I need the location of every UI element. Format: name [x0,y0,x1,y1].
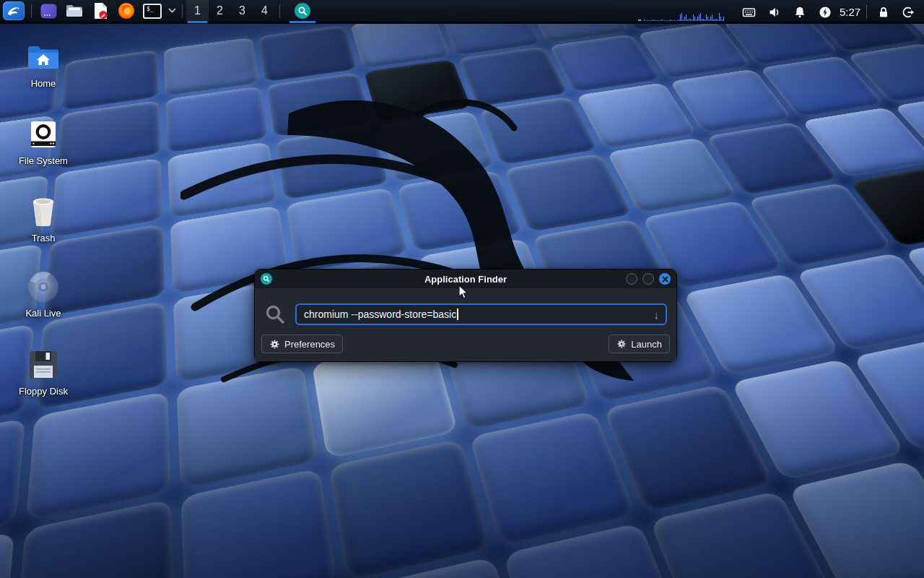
clock[interactable]: 5:27 [837,0,863,24]
clock-text: 5:27 [840,6,860,18]
hard-drive-icon [29,120,58,149]
application-finder-window: Application Finder chromium --password-s… [254,269,677,362]
notifications-button[interactable] [787,0,812,24]
application-finder-icon [295,3,310,19]
desktop-icon-file-system[interactable]: File System [9,116,78,166]
gear-icon [269,339,280,350]
volume-button[interactable] [762,0,787,24]
launcher-dropdown-chevron[interactable] [165,0,178,23]
trash-can-icon [29,196,58,228]
window-title: Application Finder [255,274,676,285]
logout-icon [902,6,915,19]
lock-icon [877,6,890,19]
search-icon [264,303,286,325]
workspace-button-2[interactable]: 2 [209,0,231,23]
entry-dropdown-button[interactable]: ↓ [654,309,660,321]
desktop-icon-label: Home [9,78,78,89]
home-folder-icon [27,44,60,71]
launcher-terminal[interactable]: $_ [139,0,165,23]
desktop-icon-label: Floppy Disk [9,386,78,397]
power-manager-button[interactable] [812,0,837,24]
bell-icon [793,6,806,19]
taskbar-item-application-finder[interactable] [287,0,318,23]
workspace-button-4[interactable]: 4 [253,0,276,23]
kali-logo-icon [3,1,25,20]
window-titlebar[interactable]: Application Finder [255,269,676,288]
launch-label: Launch [631,339,662,350]
minimize-button[interactable] [626,273,637,285]
workspace-button-3[interactable]: 3 [231,0,253,23]
document-icon [93,2,108,20]
kali-dragon-silhouette [180,69,657,430]
launch-gear-icon [616,339,627,349]
optical-disc-icon [27,270,60,303]
close-icon [662,276,668,282]
system-tray: 5:27 [736,0,921,24]
text-caret [457,309,458,320]
launcher-file-manager[interactable] [61,0,87,23]
launcher-text-editor[interactable] [87,0,113,23]
panel-separator [279,4,280,18]
panel-monitor-graph [638,12,739,21]
terminal-icon: $_ [143,4,162,19]
maximize-button[interactable] [642,273,654,285]
desktop-icon-label: File System [9,155,78,166]
launcher-firefox[interactable] [113,0,139,23]
desktop-icon-kali-live[interactable]: Kali Live [9,269,78,319]
logout-button[interactable] [896,0,921,24]
workspace-label: 3 [239,4,245,17]
floppy-disk-icon [29,350,58,379]
desktop-icon-home[interactable]: Home [9,39,78,89]
terminal-prompt-glyph: $_ [147,6,154,12]
desktop-icon-label: Trash [9,233,78,243]
lock-screen-button[interactable] [871,0,896,24]
preferences-button[interactable]: Preferences [261,335,343,353]
workspace-label: 4 [261,4,268,17]
keyboard-icon [742,6,756,19]
desktop-icon-trash[interactable]: Trash [9,194,78,243]
taskbar-active-underline [289,21,315,23]
launch-button[interactable]: Launch [609,335,670,353]
desktop-icon-floppy-disk[interactable]: Floppy Disk [9,347,78,397]
search-query-text: chromium --password-store=basic [304,309,456,320]
applications-menu-button[interactable] [0,0,27,23]
workspace-button-1[interactable]: 1 [186,0,209,23]
panel-separator [866,5,867,19]
window-body: chromium --password-store=basic ↓ Prefer… [255,288,676,361]
workspace-active-underline [188,21,207,23]
window-app-icon [261,273,272,285]
folder-icon [66,4,83,18]
desktop-icon-label: Kali Live [9,308,78,319]
launcher-app-purple[interactable] [35,0,61,23]
power-bolt-icon [819,6,832,19]
firefox-icon [118,2,135,20]
panel-separator [182,4,183,18]
speaker-icon [768,6,781,19]
preferences-label: Preferences [284,339,335,350]
workspace-label: 2 [217,4,223,17]
search-input[interactable]: chromium --password-store=basic ↓ [295,303,667,325]
purple-app-icon [40,4,57,19]
panel-separator [31,4,32,18]
close-button[interactable] [659,273,671,285]
keyboard-layout-button[interactable] [736,0,762,24]
top-panel: $_ 1 2 3 4 5:27 [0,0,924,24]
monitor-legend-dash [638,20,641,21]
chevron-down-icon [168,8,176,14]
workspace-label: 1 [194,4,201,17]
